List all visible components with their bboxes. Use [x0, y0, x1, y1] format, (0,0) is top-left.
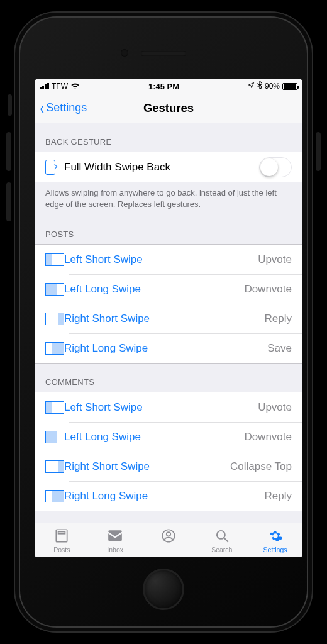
row-comments-right-long[interactable]: Right Long Swipe Reply	[35, 481, 302, 511]
clock-label: 1:45 PM	[148, 82, 179, 91]
left-long-swipe-icon	[45, 283, 64, 296]
inbox-icon	[107, 528, 123, 545]
row-comments-left-short[interactable]: Left Short Swipe Upvote	[35, 392, 302, 422]
search-icon	[214, 528, 230, 545]
mute-switch[interactable]	[8, 94, 12, 116]
row-detail: Reply	[265, 313, 292, 325]
row-comments-right-short[interactable]: Right Short Swipe Collapse Top	[35, 452, 302, 481]
volume-down-button[interactable]	[6, 182, 11, 221]
tab-label: Settings	[263, 546, 287, 553]
row-full-width-swipe[interactable]: Full Width Swipe Back	[35, 152, 302, 182]
svg-point-3	[167, 532, 171, 536]
carrier-label: TFW	[52, 82, 68, 91]
row-label: Left Long Swipe	[64, 283, 244, 296]
swipe-phone-icon	[45, 160, 55, 175]
svg-rect-1	[58, 531, 65, 533]
section-header-posts: POSTS	[35, 216, 302, 244]
row-detail: Downvote	[244, 431, 292, 443]
nav-bar: ‹ Settings Gestures	[35, 93, 302, 123]
wifi-icon	[70, 82, 80, 91]
content-scroll[interactable]: BACK GESTURE Full Width Swipe Back Allow…	[35, 123, 302, 523]
tab-label: Inbox	[107, 546, 123, 553]
full-width-swipe-toggle[interactable]	[259, 157, 292, 177]
tab-account[interactable]	[142, 523, 196, 557]
row-label: Right Long Swipe	[64, 342, 267, 355]
earpiece-speaker	[141, 51, 186, 56]
battery-pct-label: 90%	[265, 82, 280, 91]
right-short-swipe-icon	[45, 460, 64, 473]
tab-search[interactable]: Search	[195, 523, 248, 557]
power-button[interactable]	[316, 132, 321, 171]
row-label: Left Short Swipe	[64, 401, 258, 414]
signal-icon	[40, 83, 49, 89]
right-long-swipe-icon	[45, 342, 64, 355]
tab-settings[interactable]: Settings	[248, 523, 302, 557]
right-long-swipe-icon	[45, 490, 64, 502]
svg-point-4	[217, 530, 225, 538]
page-title: Gestures	[143, 101, 194, 115]
row-posts-right-short[interactable]: Right Short Swipe Reply	[35, 304, 302, 333]
row-detail: Upvote	[258, 253, 292, 266]
row-detail: Save	[267, 342, 292, 355]
section-footer-back-gesture: Allows swiping from anywhere to go back,…	[35, 182, 302, 216]
home-button[interactable]	[143, 569, 184, 610]
status-bar: TFW 1:45 PM 90%	[35, 79, 302, 93]
left-short-swipe-icon	[45, 401, 64, 414]
row-label: Left Long Swipe	[64, 431, 244, 443]
row-detail: Reply	[265, 490, 292, 502]
battery-icon	[282, 83, 297, 90]
left-long-swipe-icon	[45, 431, 64, 443]
tab-label: Posts	[53, 546, 70, 553]
posts-icon	[53, 528, 70, 545]
row-label: Right Short Swipe	[64, 460, 230, 473]
row-label: Full Width Swipe Back	[64, 161, 259, 174]
front-camera	[121, 49, 128, 57]
chevron-left-icon: ‹	[40, 99, 44, 117]
volume-up-button[interactable]	[6, 132, 11, 171]
row-label: Right Long Swipe	[64, 490, 265, 502]
row-comments-left-long[interactable]: Left Long Swipe Downvote	[35, 422, 302, 452]
svg-line-5	[224, 538, 228, 542]
tab-bar: Posts Inbox	[35, 523, 302, 557]
screen: TFW 1:45 PM 90%	[35, 79, 302, 557]
row-posts-right-long[interactable]: Right Long Swipe Save	[35, 333, 302, 363]
device-frame: TFW 1:45 PM 90%	[14, 11, 313, 633]
row-detail: Collapse Top	[230, 460, 292, 473]
account-icon	[160, 528, 177, 545]
row-posts-left-long[interactable]: Left Long Swipe Downvote	[35, 274, 302, 304]
row-detail: Upvote	[258, 401, 292, 414]
location-icon	[248, 82, 255, 91]
row-detail: Downvote	[244, 283, 292, 296]
back-label: Settings	[46, 101, 87, 114]
tab-label	[168, 546, 170, 553]
gear-icon	[267, 528, 284, 545]
back-button[interactable]: ‹ Settings	[39, 93, 87, 123]
row-label: Right Short Swipe	[64, 313, 265, 325]
bluetooth-icon	[257, 81, 262, 91]
left-short-swipe-icon	[45, 253, 64, 266]
tab-inbox[interactable]: Inbox	[89, 523, 142, 557]
section-header-comments: COMMENTS	[35, 364, 302, 392]
row-posts-left-short[interactable]: Left Short Swipe Upvote	[35, 245, 302, 274]
tab-label: Search	[211, 546, 232, 553]
tab-posts[interactable]: Posts	[35, 523, 89, 557]
section-header-back-gesture: BACK GESTURE	[35, 123, 302, 152]
right-short-swipe-icon	[45, 313, 64, 325]
row-label: Left Short Swipe	[64, 253, 258, 266]
